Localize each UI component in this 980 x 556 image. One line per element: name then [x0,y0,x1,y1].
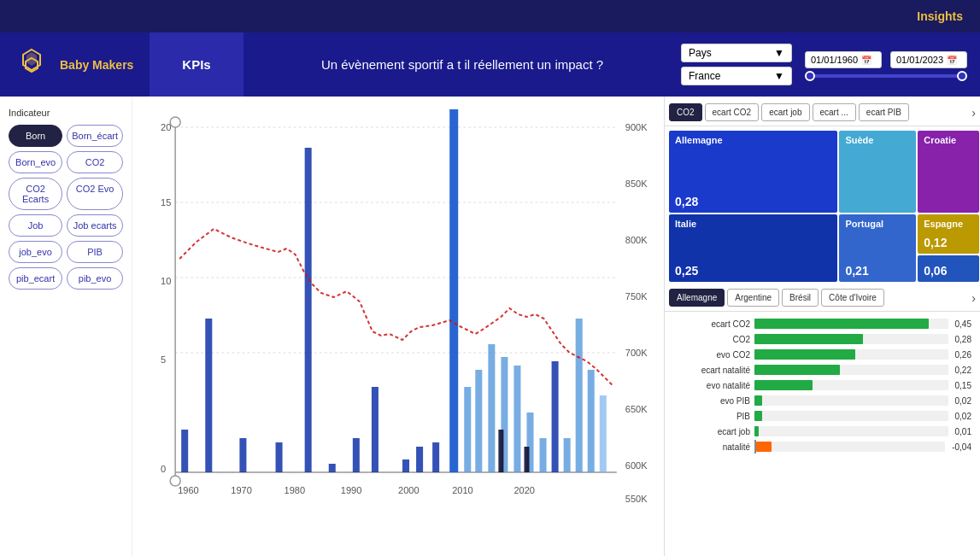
main-content: Indicateur BornBorn_écartBorn_evoCO2CO2 … [0,97,980,556]
right-tab-ecartjob[interactable]: ecart job [761,103,809,121]
svg-marker-2 [26,52,37,66]
treemap-cell-portugal[interactable]: Portugal 0,21 [839,214,916,282]
svg-rect-33 [402,459,409,472]
indicator-btn-born_ecart[interactable]: Born_écart [67,125,123,147]
svg-text:10: 10 [161,276,171,286]
nav-kpis[interactable]: KPIs [150,32,244,97]
bar-row: natalité-0,04 [673,442,971,452]
indicator-btn-co2_evo[interactable]: CO2 Evo [67,178,123,210]
indicator-btn-pib[interactable]: PIB [67,241,123,263]
indicator-btn-job_ecarts[interactable]: Job ecarts [67,214,123,237]
date-slider[interactable] [805,74,967,78]
tab-next-arrow[interactable]: › [971,106,976,120]
svg-rect-38 [475,370,482,472]
bar-row: evo CO20,26 [673,349,971,360]
bar-label: evo natalité [673,381,750,390]
bar-value: 0,22 [955,366,971,375]
bar-fill [754,319,929,329]
right-tab-ecartco2[interactable]: ecart CO2 [705,103,760,121]
svg-text:1960: 1960 [178,485,199,495]
bar-value: -0,04 [952,442,971,452]
bar-fill [754,334,863,344]
svg-text:15: 15 [161,197,171,208]
bar-fill [754,380,813,390]
bar-row: PIB0,02 [673,411,971,421]
svg-text:900K: 900K [625,122,648,132]
pays-section: Pays ▼ France ▼ [681,44,792,85]
svg-rect-32 [372,387,379,472]
treemap-cell-croatie[interactable]: Croatie [918,131,979,213]
treemap-cell-extra[interactable]: 0,06 [918,255,979,282]
bar-fill [754,349,855,360]
bar-label: ecart job [673,427,750,436]
bar-track [754,334,948,344]
indicator-grid: BornBorn_écartBorn_evoCO2CO2 EcartsCO2 E… [4,125,127,290]
indicator-btn-job[interactable]: Job [9,214,62,237]
indicator-btn-co2_ecarts[interactable]: CO2 Ecarts [9,178,62,210]
bar-track [754,395,948,406]
country-tab-next-arrow[interactable]: › [971,291,976,305]
bar-value: 0,01 [955,427,971,436]
date-from-input[interactable]: 01/01/1960 📅 [805,51,882,68]
svg-text:2010: 2010 [452,485,473,495]
svg-text:1990: 1990 [341,485,362,495]
treemap-cell-allemagne[interactable]: Allemagne 0,28 [669,131,837,213]
logo-section: Baby Makers [0,45,150,84]
bar-row: evo natalité0,15 [673,380,971,390]
bar-row: ecart CO20,45 [673,319,971,329]
bar-label: ecart natalité [673,366,750,375]
svg-rect-34 [416,447,423,472]
bar-value: 0,45 [955,319,971,329]
country-tab-brésil[interactable]: Brésil [782,289,819,307]
svg-text:550K: 550K [625,494,648,504]
bar-track [754,380,948,390]
indicator-btn-job_evo[interactable]: job_evo [9,241,62,263]
date-section: 01/01/1960 📅 01/01/2023 📅 [805,51,967,78]
slider-thumb-right[interactable] [957,71,967,81]
country-tab-argentine[interactable]: Argentine [727,289,779,307]
svg-rect-44 [552,361,559,472]
bar-label: evo CO2 [673,350,750,360]
right-tab-ecart...[interactable]: ecart ... [813,103,856,121]
right-tab-co2[interactable]: CO2 [669,103,702,121]
date-to-input[interactable]: 01/01/2023 📅 [890,51,967,68]
svg-rect-30 [329,464,336,472]
svg-rect-49 [498,430,503,472]
bar-value: 0,02 [955,396,971,406]
right-tab-ecartpib[interactable]: ecart PIB [859,103,909,121]
bar-fill [754,411,762,421]
treemap-container: Allemagne 0,28 Suède Croatie Italie 0,25 [665,126,980,284]
svg-text:600K: 600K [625,460,648,471]
treemap-cell-espagne[interactable]: Espagne 0,12 [918,214,979,253]
indicator-btn-born[interactable]: Born [9,125,62,147]
logo-icon [13,45,51,84]
country-tab-allemagne[interactable]: Allemagne [669,289,725,307]
france-dropdown[interactable]: France ▼ [681,67,792,85]
indicator-btn-pib_ecart[interactable]: pib_ecart [9,267,62,290]
treemap-cell-italie[interactable]: Italie 0,25 [669,214,837,282]
svg-rect-39 [488,344,495,472]
country-tabs: AllemagneArgentineBrésilCôte d'Ivoire› [665,284,980,312]
bar-zero-line [754,440,756,454]
indicator-btn-pib_evo[interactable]: pib_evo [67,267,123,290]
logo-text: Baby Makers [60,58,133,72]
svg-rect-37 [464,387,471,472]
svg-text:0: 0 [161,464,166,474]
slider-thumb-left[interactable] [805,71,815,81]
indicator-btn-born_evo[interactable]: Born_evo [9,151,62,173]
left-sidebar: Indicateur BornBorn_écartBorn_evoCO2CO2 … [0,97,132,556]
header: Baby Makers KPIs Un évènement sportif a … [0,32,980,97]
bar-track [754,442,945,452]
indicator-btn-co2[interactable]: CO2 [67,151,123,173]
bar-fill [754,395,762,406]
svg-text:2020: 2020 [513,485,535,495]
svg-text:1980: 1980 [285,485,306,495]
country-tab-côted'ivoire[interactable]: Côte d'Ivoire [821,289,884,307]
bar-track [754,319,948,329]
treemap-cell-suede[interactable]: Suède [839,131,916,213]
svg-rect-47 [588,370,595,472]
pays-dropdown[interactable]: Pays ▼ [681,44,792,62]
right-tabs: CO2ecart CO2ecart jobecart ...ecart PIB› [665,97,980,126]
svg-text:5: 5 [161,354,166,365]
header-controls: Pays ▼ France ▼ 01/01/1960 📅 01/01/2023 … [681,44,980,85]
